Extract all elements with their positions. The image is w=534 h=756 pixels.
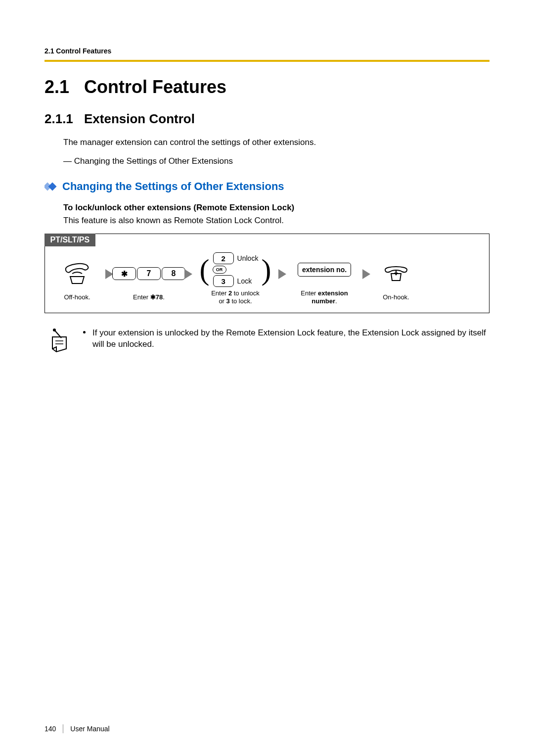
- footer-label: User Manual: [70, 725, 109, 733]
- page: 2.1 Control Features 2.1Control Features…: [0, 0, 534, 756]
- choice-caption: Enter 2 to unlock or 3 to lock.: [211, 289, 260, 306]
- page-footer: 140 User Manual: [44, 724, 110, 733]
- onhook-caption: On-hook.: [383, 293, 409, 301]
- arrow-icon: [362, 269, 370, 279]
- caption-bold: ✱78: [150, 293, 163, 301]
- note-icon: [49, 327, 71, 355]
- section-heading: 2.1Control Features: [44, 77, 490, 97]
- caption-text: to unlock: [232, 289, 260, 297]
- section-title: Control Features: [84, 77, 226, 97]
- running-header: 2.1 Control Features: [44, 47, 490, 55]
- diamond-bullet-icon: [44, 182, 57, 191]
- svg-rect-1: [48, 183, 57, 191]
- enter-78-caption: Enter ✱78.: [133, 293, 165, 301]
- key-2: 2: [213, 252, 234, 264]
- subsection-heading: 2.1.1Extension Control: [44, 111, 490, 127]
- extension-caption: Enter extension number.: [301, 289, 348, 306]
- label-unlock: Unlock: [237, 254, 259, 262]
- blue-subheading: Changing the Settings of Other Extension…: [62, 180, 284, 193]
- procedure-box: PT/SLT/PS Off-hook.: [44, 234, 490, 313]
- svg-marker-3: [184, 269, 192, 279]
- section-number: 2.1: [44, 77, 84, 97]
- offhook-caption: Off-hook.: [64, 293, 90, 301]
- subsection-title: Extension Control: [84, 111, 195, 126]
- key-star: ✱: [112, 267, 136, 280]
- onhook-icon: [382, 258, 410, 289]
- key-8: 8: [162, 267, 185, 280]
- or-badge: OR: [213, 266, 226, 274]
- caption-text: Enter: [211, 289, 228, 297]
- caption-bold: 3: [226, 297, 230, 305]
- note-text: If your extension is unlocked by the Rem…: [92, 327, 490, 351]
- label-lock: Lock: [237, 277, 252, 285]
- caption-text: Enter: [133, 293, 150, 301]
- caption-text: or: [219, 297, 226, 305]
- caption-bold: number: [312, 297, 335, 305]
- page-number: 140: [44, 725, 56, 733]
- caption-text: to lock.: [230, 297, 252, 305]
- svg-marker-4: [278, 269, 286, 279]
- svg-marker-5: [362, 269, 370, 279]
- dash-list-item: — Changing the Settings of Other Extensi…: [63, 156, 490, 166]
- key-extension-no: extension no.: [298, 263, 351, 277]
- procedure-tab: PT/SLT/PS: [44, 234, 96, 246]
- subsection-number: 2.1.1: [44, 111, 84, 127]
- key-3: 3: [213, 275, 234, 287]
- footer-divider: [63, 724, 63, 733]
- bullet-icon: [83, 331, 86, 333]
- procedure-note: This feature is also known as Remote Sta…: [63, 216, 490, 226]
- caption-text: .: [163, 293, 165, 301]
- procedure-title: To lock/unlock other extensions (Remote …: [63, 203, 490, 213]
- arrow-icon: [184, 269, 192, 279]
- accent-rule: [44, 60, 490, 62]
- choice-group: ( 2 Unlock OR 3 Lock: [200, 252, 271, 287]
- caption-text: .: [335, 297, 337, 305]
- caption-text: Enter: [301, 289, 318, 297]
- offhook-icon: [63, 258, 91, 289]
- intro-paragraph: The manager extension can control the se…: [63, 138, 490, 147]
- key-7: 7: [137, 267, 161, 280]
- caption-bold: extension: [318, 289, 348, 297]
- arrow-icon: [278, 269, 286, 279]
